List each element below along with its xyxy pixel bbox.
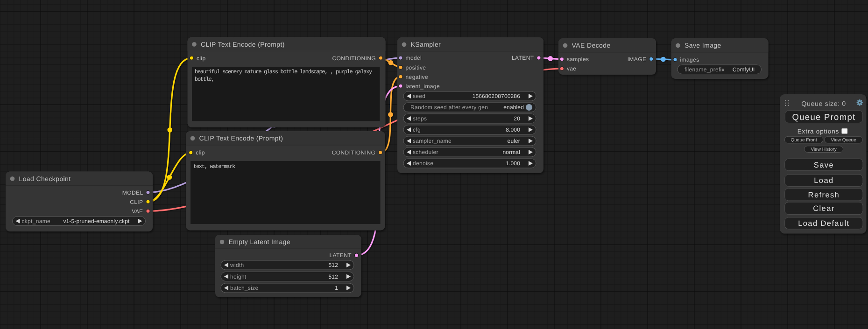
svg-text:vae: vae [567, 65, 577, 72]
svg-text:beautiful scenery nature glass: beautiful scenery nature glass bottle la… [195, 69, 372, 75]
svg-text:156680208700286: 156680208700286 [473, 93, 521, 99]
svg-text:512: 512 [329, 262, 339, 268]
svg-text:View Queue: View Queue [831, 138, 856, 143]
svg-text:Queue Front: Queue Front [791, 138, 817, 143]
svg-text:LATENT: LATENT [512, 55, 534, 61]
svg-text:Save: Save [814, 161, 834, 169]
svg-text:VAE: VAE [132, 208, 143, 215]
svg-text:View History: View History [811, 147, 836, 152]
svg-text:ComfyUI: ComfyUI [733, 66, 755, 73]
svg-text:Save Image: Save Image [685, 42, 721, 49]
svg-text:LATENT: LATENT [329, 252, 352, 259]
svg-text:denoise: denoise [413, 160, 433, 167]
svg-text:samples: samples [567, 56, 589, 63]
svg-text:euler: euler [508, 138, 520, 144]
svg-text:IMAGE: IMAGE [628, 56, 647, 63]
svg-text:Random seed after every gen: Random seed after every gen [410, 104, 488, 111]
svg-text:Empty Latent Image: Empty Latent Image [229, 238, 291, 245]
svg-text:images: images [680, 56, 699, 63]
svg-text:model: model [406, 55, 422, 61]
svg-text:clip: clip [196, 149, 205, 156]
svg-text:normal: normal [502, 149, 520, 155]
svg-text:MODEL: MODEL [122, 189, 143, 196]
svg-text:batch_size: batch_size [230, 285, 258, 291]
svg-text:Refresh: Refresh [808, 191, 840, 199]
svg-text:CLIP: CLIP [130, 199, 143, 205]
svg-text:Load Default: Load Default [798, 219, 849, 228]
svg-text:negative: negative [406, 74, 429, 80]
svg-text:v1-5-pruned-emaonly.ckpt: v1-5-pruned-emaonly.ckpt [63, 218, 130, 224]
svg-text:positive: positive [406, 64, 426, 71]
svg-text:steps: steps [413, 115, 427, 122]
svg-text:enabled: enabled [503, 104, 524, 111]
svg-text:height: height [230, 273, 247, 280]
svg-text:CLIP Text Encode (Prompt): CLIP Text Encode (Prompt) [199, 134, 283, 142]
svg-text:filename_prefix: filename_prefix [685, 66, 725, 73]
svg-text:20: 20 [514, 115, 520, 122]
svg-text:CONDITIONING: CONDITIONING [332, 55, 376, 62]
svg-text:VAE Decode: VAE Decode [572, 42, 611, 49]
svg-text:cfg: cfg [413, 126, 421, 133]
svg-text:8.000: 8.000 [506, 126, 520, 133]
svg-text:text, watermark: text, watermark [193, 163, 235, 170]
svg-text:Load Checkpoint: Load Checkpoint [19, 175, 71, 182]
svg-text:Clear: Clear [813, 204, 834, 213]
svg-text:latent_image: latent_image [406, 83, 440, 90]
svg-text:sampler_name: sampler_name [413, 138, 452, 144]
svg-text:seed: seed [413, 93, 425, 99]
svg-text:KSampler: KSampler [411, 41, 441, 48]
svg-text:CONDITIONING: CONDITIONING [332, 149, 375, 156]
svg-text:Extra options: Extra options [797, 128, 839, 135]
svg-text:Load: Load [814, 176, 833, 185]
svg-text:clip: clip [197, 55, 206, 62]
svg-text:1: 1 [335, 285, 338, 291]
svg-text:1.000: 1.000 [506, 160, 520, 167]
svg-text:width: width [230, 262, 244, 268]
svg-text:CLIP Text Encode (Prompt): CLIP Text Encode (Prompt) [201, 41, 285, 48]
svg-text:ckpt_name: ckpt_name [22, 218, 50, 224]
svg-text:512: 512 [329, 273, 339, 280]
svg-text:Queue Prompt: Queue Prompt [792, 112, 856, 122]
svg-text:scheduler: scheduler [413, 149, 438, 155]
svg-text:bottle,: bottle, [195, 76, 214, 83]
svg-text:Queue size: 0: Queue size: 0 [801, 100, 846, 108]
